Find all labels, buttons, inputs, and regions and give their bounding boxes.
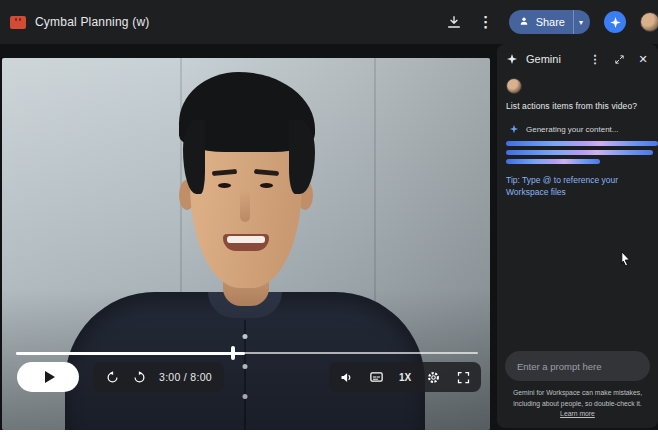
gemini-panel-footer: Gemini for Workspace can make mistakes, …	[497, 351, 658, 420]
rewind-10-icon[interactable]	[105, 370, 120, 385]
loading-bar	[506, 150, 653, 155]
gemini-panel-title: Gemini	[526, 53, 578, 65]
file-chip: Cymbal Planning (w)	[10, 15, 150, 29]
share-button-label: Share	[536, 16, 565, 28]
panel-close-icon[interactable]: ✕	[636, 52, 650, 66]
seek-handle[interactable]	[231, 346, 235, 360]
forward-10-icon[interactable]	[132, 370, 147, 385]
mouse-cursor	[621, 251, 631, 267]
panel-more-options-icon[interactable]: ⋮	[588, 52, 602, 66]
top-bar: Cymbal Planning (w) ⋮ Share ▾	[0, 0, 658, 44]
more-options-icon[interactable]: ⋮	[477, 13, 495, 31]
disclaimer-text: Gemini for Workspace can make mistakes, …	[513, 389, 642, 407]
play-icon	[45, 371, 55, 383]
file-title: Cymbal Planning (w)	[35, 15, 150, 29]
generating-label: Generating your content...	[526, 125, 619, 134]
player-controls: 3:00 / 8:00 1X	[2, 362, 490, 392]
loading-bar	[506, 141, 658, 146]
playback-speed-button[interactable]: 1X	[399, 372, 411, 383]
gemini-side-panel: Gemini ⋮ ✕ List actions items from this …	[497, 44, 658, 428]
seek-bar-played	[16, 352, 245, 355]
seek-bar[interactable]	[2, 346, 490, 360]
time-display: 3:00 / 8:00	[159, 371, 212, 383]
user-avatar	[506, 78, 522, 94]
share-button[interactable]: Share ▾	[509, 10, 590, 34]
loading-skeleton	[506, 141, 658, 164]
video-file-icon	[10, 16, 26, 29]
playback-options-group: 1X	[329, 362, 481, 392]
settings-gear-icon[interactable]	[426, 370, 441, 385]
gemini-spark-icon	[506, 53, 518, 65]
fullscreen-icon[interactable]	[456, 370, 471, 385]
share-caret-icon[interactable]: ▾	[574, 10, 590, 34]
screenshot-canvas: Cymbal Planning (w) ⋮ Share ▾	[0, 0, 658, 438]
top-bar-actions: ⋮ Share ▾	[445, 10, 652, 34]
generating-status: Generating your content...	[506, 124, 658, 134]
panel-expand-icon[interactable]	[612, 52, 626, 66]
share-person-icon	[519, 15, 531, 29]
user-message: List actions items from this video?	[506, 101, 658, 111]
video-player[interactable]: 3:00 / 8:00 1X	[2, 58, 490, 430]
download-icon[interactable]	[445, 13, 463, 31]
account-avatar[interactable]	[640, 12, 658, 32]
gemini-toggle-button[interactable]	[604, 11, 626, 33]
workspace-tip: Tip: Type @ to reference your Workspace …	[506, 174, 632, 198]
gemini-chat-area: List actions items from this video? Gene…	[497, 72, 658, 198]
loading-bar	[506, 159, 600, 164]
play-button[interactable]	[17, 362, 79, 392]
gemini-disclaimer: Gemini for Workspace can make mistakes, …	[505, 388, 650, 420]
prompt-input[interactable]	[505, 351, 650, 381]
learn-more-link[interactable]: Learn more	[560, 410, 595, 417]
generating-spark-icon	[509, 124, 519, 134]
captions-icon[interactable]	[369, 370, 384, 385]
gemini-spark-icon	[609, 16, 622, 29]
volume-icon[interactable]	[339, 370, 354, 385]
drive-video-preview-window: Cymbal Planning (w) ⋮ Share ▾	[0, 0, 658, 430]
skip-time-group: 3:00 / 8:00	[93, 362, 224, 392]
gemini-panel-header: Gemini ⋮ ✕	[497, 44, 658, 72]
